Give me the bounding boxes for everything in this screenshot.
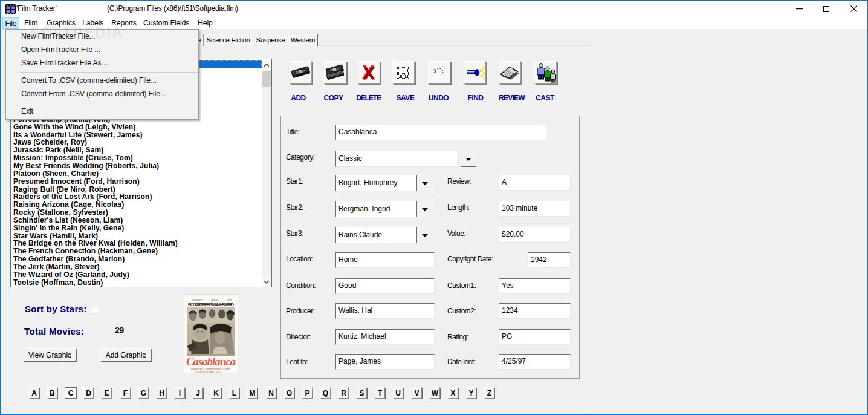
svg-text:Ingrid: Ingrid bbox=[210, 298, 218, 301]
svg-text:Directed by MICHAEL CURTIZ: Directed by MICHAEL CURTIZ bbox=[195, 371, 222, 373]
svg-text:Paul: Paul bbox=[226, 298, 232, 301]
svg-text:Humphrey: Humphrey bbox=[192, 298, 203, 301]
svg-text:BOGART·BERGMAN·HENREID: BOGART·BERGMAN·HENREID bbox=[188, 302, 235, 307]
svg-text:RAINS·VEIDT·GREENSTREET·LORRE: RAINS·VEIDT·GREENSTREET·LORRE bbox=[191, 368, 230, 370]
svg-text:Casablanca: Casablanca bbox=[186, 355, 236, 368]
